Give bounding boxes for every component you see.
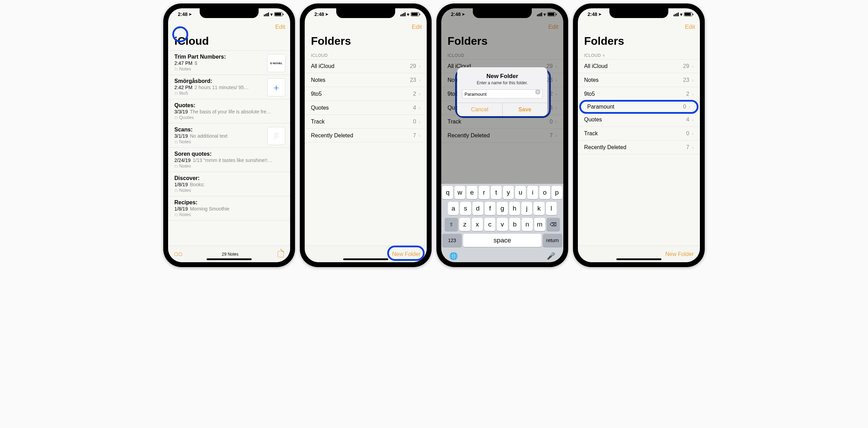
edit-button[interactable]: Edit <box>275 24 285 31</box>
folder-name: All iCloud <box>311 63 335 69</box>
key-⇧[interactable]: ⇧ <box>445 218 458 231</box>
new-folder-button[interactable]: New Folder <box>392 251 420 257</box>
note-preview: 1/8/19Books: <box>174 182 284 187</box>
phone-frame-1: 2:48 ➤ ▾ ‹ Edit iCloud Trim Part Numbers… <box>163 3 295 267</box>
chevron-right-icon: › <box>692 145 694 150</box>
key-a[interactable]: a <box>448 202 459 215</box>
key-n[interactable]: n <box>522 218 533 231</box>
folder-count: 23 <box>410 77 416 83</box>
note-folder: Notes <box>174 212 284 217</box>
folder-row[interactable]: Quotes 4› <box>578 113 700 127</box>
phone-frame-4: 2:48➤ ▾ Edit Folders ICLOUD✳︎ All iCloud… <box>573 3 705 267</box>
chevron-right-icon: › <box>419 91 420 97</box>
compose-button[interactable] <box>278 251 284 257</box>
key-k[interactable]: k <box>533 202 544 215</box>
chevron-right-icon: › <box>692 63 694 69</box>
folder-name: Quotes <box>584 117 602 123</box>
key-y[interactable]: y <box>503 186 514 199</box>
folder-count: 0 <box>683 104 686 110</box>
key-t[interactable]: t <box>491 186 502 199</box>
folder-row[interactable]: 9to5 2› <box>578 87 700 101</box>
folder-row[interactable]: Recently Deleted 7› <box>305 129 427 143</box>
section-header: ICLOUD✳︎ <box>578 50 700 59</box>
key-123[interactable]: 123 <box>442 234 462 247</box>
note-row[interactable]: Trim Part Numbers: 2:47 PM$ Notes D NOVE… <box>168 50 290 75</box>
folder-row[interactable]: Quotes 4› <box>305 101 427 115</box>
key-f[interactable]: f <box>485 202 495 215</box>
key-q[interactable]: q <box>442 186 453 199</box>
folder-row[interactable]: Notes 23› <box>305 73 427 87</box>
folder-row[interactable]: Notes 23› <box>578 73 700 87</box>
folder-name: 9to5 <box>311 91 322 97</box>
home-indicator[interactable] <box>616 258 661 260</box>
notch <box>336 8 395 18</box>
folder-count: 4 <box>413 105 416 111</box>
key-o[interactable]: o <box>539 186 550 199</box>
key-m[interactable]: m <box>534 218 545 231</box>
note-row[interactable]: Scans: 3/1/19No additional text Notes ━━… <box>168 123 290 148</box>
folder-count: 7 <box>413 132 416 139</box>
note-row[interactable]: Soren quotes: 2/24/191/13 "mmm it tastes… <box>168 148 290 172</box>
folder-row[interactable]: All iCloud 29› <box>578 59 700 73</box>
folder-name: All iCloud <box>584 63 608 69</box>
key-g[interactable]: g <box>497 202 507 215</box>
edit-button[interactable]: Edit <box>685 24 695 31</box>
note-row[interactable]: Smörgåsbord: 2:42 PM2 hours 11 minutes/ … <box>168 75 290 99</box>
key-x[interactable]: x <box>472 218 483 231</box>
folder-row[interactable]: Paramount 0› <box>579 100 698 114</box>
cancel-button[interactable]: Cancel <box>457 103 502 116</box>
key-e[interactable]: e <box>467 186 477 199</box>
page-title: Folders <box>578 34 700 50</box>
folder-name: Track <box>584 130 598 137</box>
back-button[interactable]: ‹ <box>173 21 185 33</box>
key-l[interactable]: l <box>546 202 557 215</box>
home-indicator[interactable] <box>207 258 252 260</box>
note-row[interactable]: Discover: 1/8/19Books: Notes <box>168 172 290 196</box>
folder-count: 0 <box>413 119 416 125</box>
chevron-right-icon: › <box>419 105 420 111</box>
clear-input-icon[interactable]: ✕ <box>535 89 540 95</box>
key-u[interactable]: u <box>515 186 526 199</box>
chevron-right-icon: › <box>689 104 691 110</box>
key-s[interactable]: s <box>460 202 471 215</box>
key-d[interactable]: d <box>472 202 483 215</box>
folder-row[interactable]: Track 0› <box>578 127 700 140</box>
key-h[interactable]: h <box>509 202 520 215</box>
key-return[interactable]: return <box>543 234 562 247</box>
note-title: Quotes: <box>174 102 284 109</box>
key-v[interactable]: v <box>497 218 508 231</box>
folder-count: 2 <box>686 91 689 97</box>
key-i[interactable]: i <box>527 186 538 199</box>
folder-row[interactable]: Recently Deleted 7› <box>578 140 700 154</box>
mic-icon[interactable]: 🎤 <box>547 252 555 260</box>
note-preview: 1/8/19Morning Smoothie <box>174 206 284 212</box>
cellular-icon <box>264 12 269 16</box>
key-space[interactable]: space <box>463 234 541 247</box>
folder-row[interactable]: 9to5 2› <box>305 87 427 101</box>
view-grid-button[interactable] <box>174 252 183 256</box>
key-z[interactable]: z <box>459 218 470 231</box>
key-p[interactable]: p <box>552 186 562 199</box>
key-b[interactable]: b <box>509 218 520 231</box>
note-row[interactable]: Quotes: 3/3/19The basis of your life is … <box>168 99 290 123</box>
new-folder-button[interactable]: New Folder <box>665 251 694 257</box>
note-row[interactable]: Recipes: 1/8/19Morning Smoothie Notes <box>168 196 290 221</box>
key-r[interactable]: r <box>479 186 489 199</box>
key-j[interactable]: j <box>521 202 532 215</box>
keyboard[interactable]: qwertyuiop asdfghjkl ⇧zxcvbnm⌫ 123 space… <box>441 184 563 262</box>
folder-name-input[interactable] <box>462 89 542 99</box>
folder-name: Recently Deleted <box>584 144 626 151</box>
key-c[interactable]: c <box>484 218 495 231</box>
folder-count: 4 <box>686 117 689 123</box>
folder-row[interactable]: All iCloud 29› <box>305 59 427 73</box>
wifi-icon: ▾ <box>270 12 273 17</box>
key-⌫[interactable]: ⌫ <box>547 218 560 231</box>
key-w[interactable]: w <box>454 186 465 199</box>
location-icon: ➤ <box>189 12 192 17</box>
folder-row[interactable]: Track 0› <box>305 115 427 129</box>
edit-button[interactable]: Edit <box>412 24 422 31</box>
globe-icon[interactable]: 🌐 <box>449 252 458 260</box>
save-button[interactable]: Save <box>502 103 548 116</box>
home-indicator[interactable] <box>343 258 388 260</box>
alert-message: Enter a name for this folder. <box>462 80 542 85</box>
